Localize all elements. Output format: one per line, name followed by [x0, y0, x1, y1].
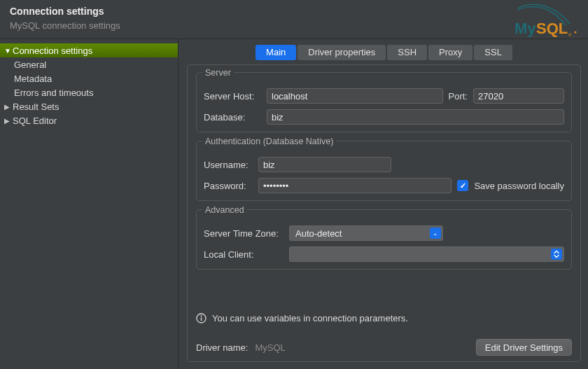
password-input[interactable] [258, 178, 451, 193]
tab-ssl[interactable]: SSL [474, 45, 512, 60]
password-label: Password: [204, 181, 253, 191]
database-label: Database: [204, 112, 261, 123]
group-title: Authentication (Database Native) [202, 137, 336, 146]
sidebar-item-connection-settings[interactable]: ▼ Connection settings [0, 43, 178, 57]
page-subtitle: MySQL connection settings [10, 20, 578, 31]
check-icon: ✓ [457, 180, 468, 191]
svg-rect-6 [201, 317, 202, 321]
sidebar-item-general[interactable]: General [0, 57, 178, 71]
driver-name-label: Driver name: [196, 342, 248, 353]
chevron-down-icon[interactable]: ▼ [4, 47, 11, 55]
info-icon [196, 313, 206, 323]
server-host-label: Server Host: [204, 91, 261, 102]
port-input[interactable] [473, 88, 564, 104]
sidebar-item-metadata[interactable]: Metadata [0, 71, 178, 85]
svg-text:SQL: SQL [536, 20, 568, 37]
sidebar-item-label: Result Sets [13, 102, 59, 112]
sidebar-item-result-sets[interactable]: ▶ Result Sets [0, 99, 178, 113]
tab-proxy[interactable]: Proxy [428, 45, 472, 60]
group-server: Server Server Host: Port: Database: [196, 72, 572, 132]
info-text: You can use variables in connection para… [212, 313, 408, 323]
tab-ssh[interactable]: SSH [387, 45, 427, 60]
local-client-select[interactable] [289, 246, 564, 262]
username-input[interactable] [258, 157, 391, 172]
chevron-down-icon: ⌄ [430, 228, 441, 239]
sidebar-item-errors-timeouts[interactable]: Errors and timeouts [0, 85, 178, 99]
tab-driver-properties[interactable]: Driver properties [298, 45, 386, 60]
driver-name-value: MySQL [255, 342, 285, 353]
sidebar-item-label: General [14, 60, 46, 70]
svg-text:My: My [514, 20, 536, 37]
mysql-logo: My SQL ® [512, 3, 581, 38]
chevron-right-icon[interactable]: ▶ [4, 117, 11, 125]
tab-main[interactable]: Main [255, 45, 296, 60]
edit-driver-settings-button[interactable]: Edit Driver Settings [476, 339, 572, 356]
sidebar: ▼ Connection settings General Metadata E… [0, 39, 178, 369]
footer-info: You can use variables in connection para… [196, 313, 572, 323]
tabbar: Main Driver properties SSH Proxy SSL [187, 45, 581, 60]
group-authentication: Authentication (Database Native) Usernam… [196, 141, 572, 201]
sidebar-item-sql-editor[interactable]: ▶ SQL Editor [0, 113, 178, 127]
sidebar-item-label: Connection settings [13, 46, 92, 56]
chevron-right-icon[interactable]: ▶ [4, 103, 11, 111]
sidebar-item-label: Metadata [14, 74, 52, 84]
server-timezone-label: Server Time Zone: [204, 228, 284, 239]
sidebar-item-label: SQL Editor [13, 116, 57, 126]
server-timezone-select[interactable]: Auto-detect ⌄ [289, 225, 443, 241]
save-password-label: Save password locally [474, 181, 564, 191]
username-label: Username: [204, 160, 253, 170]
select-value: Auto-detect [295, 228, 430, 239]
server-host-input[interactable] [267, 88, 443, 104]
group-title: Server [202, 68, 234, 78]
database-input[interactable] [267, 109, 564, 125]
page-title: Connection settings [10, 6, 578, 17]
main: Main Driver properties SSH Proxy SSL Ser… [178, 39, 588, 369]
footer-row: Driver name: MySQL Edit Driver Settings [196, 339, 572, 356]
svg-point-2 [575, 32, 577, 34]
svg-text:®: ® [568, 33, 572, 37]
port-label: Port: [449, 91, 468, 102]
header: Connection settings MySQL connection set… [0, 0, 588, 39]
group-advanced: Advanced Server Time Zone: Auto-detect ⌄… [196, 209, 572, 270]
sidebar-item-label: Errors and timeouts [14, 88, 93, 98]
group-title: Advanced [202, 205, 247, 215]
chevron-updown-icon [551, 249, 562, 260]
panel-main: Server Server Host: Port: Database: Auth… [187, 64, 581, 362]
local-client-label: Local Client: [204, 249, 284, 260]
content: ▼ Connection settings General Metadata E… [0, 39, 588, 369]
svg-point-5 [201, 315, 202, 316]
save-password-checkbox[interactable]: ✓ Save password locally [457, 180, 564, 191]
